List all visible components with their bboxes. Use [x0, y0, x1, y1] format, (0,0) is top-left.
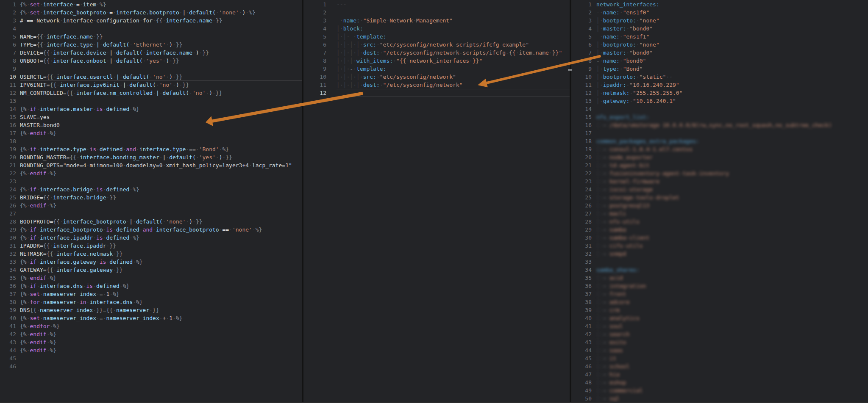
code-line[interactable]: │·-·front [596, 290, 626, 298]
code-line[interactable]: │·master:·"bond0" [596, 25, 653, 33]
code-line[interactable]: NAME={{·interface.name·}} [20, 33, 103, 41]
code-line[interactable]: {%·set·nameserver_index·=·1·%} [20, 290, 120, 298]
code-line[interactable]: │·-·td-agent-bit [596, 161, 649, 169]
code-line[interactable]: ONBOOT={{·interface.onboot·|·default(·'y… [20, 57, 179, 65]
code-line[interactable]: #·==·Network·interface·configuration·for… [20, 17, 222, 25]
code-line[interactable]: BRIDGE={{·interface.bridge·}} [20, 193, 116, 202]
code-line[interactable]: │·bootproto:·"none" [596, 17, 659, 25]
code-line[interactable]: │·-·hia [596, 370, 620, 378]
code-line[interactable]: │·-·adcore [596, 298, 629, 306]
code-line[interactable]: {%·if·interface.gateway·is·defined·%} [20, 258, 143, 266]
code-line[interactable]: │·│·│·│·src:·"etc/sysconfig/network-scri… [337, 41, 529, 49]
code-line[interactable]: │·ipaddr:·"10.16.240.229" [596, 81, 679, 89]
code-line[interactable]: │·-·iscsi-storage [596, 185, 653, 193]
code-line[interactable]: {%·if·interface_bootproto·is·defined·and… [20, 226, 262, 234]
code-line[interactable]: │·│·│·│·dest:·"/etc/sysconfig/network-sc… [337, 49, 562, 57]
editor-pane-playbook[interactable]: 1---23-·name:·"Simple·Network·Management… [303, 0, 570, 403]
code-line[interactable]: {%·endif·%} [20, 129, 56, 137]
code-line[interactable]: -·name:·"Simple·Network·Management" [337, 17, 453, 25]
code-line[interactable]: │·│·-·template: [337, 65, 386, 73]
code-line[interactable]: GATEWAY={{·interface.gateway·}} [20, 266, 123, 274]
code-line[interactable]: │·-·samba [596, 226, 626, 234]
code-line[interactable]: │·│·│·│·dest:·"/etc/sysconfig/network" [337, 81, 462, 89]
code-line[interactable]: │·-·it [596, 354, 616, 362]
code-line[interactable]: {%·set·interface·=·item·%} [20, 0, 106, 8]
code-line[interactable]: │·type:·"Bond" [596, 65, 643, 73]
code-line[interactable]: │·-·storage-tools-droplet [596, 193, 679, 202]
code-line[interactable]: │·-·integration [596, 282, 646, 290]
code-line[interactable]: │·-·eshop [596, 378, 626, 386]
code-line[interactable]: {%·if·interface.type·is·defined·and·inte… [20, 145, 229, 153]
code-line[interactable]: │·netmask:·"255.255.255.0" [596, 89, 683, 97]
code-line[interactable]: │·-·postgresql13 [596, 202, 649, 210]
line-number: 29 [571, 226, 592, 234]
code-line[interactable]: {%·if·interface.dns·is·defined·%} [20, 282, 129, 290]
code-line[interactable]: │·-·/data/vmstorage·10.0.0.0/8(rw,sync,n… [596, 121, 832, 129]
code-line[interactable]: MASTER=bond0 [20, 121, 60, 129]
code-line[interactable]: common_packages_extra_packages: [596, 137, 699, 145]
code-line[interactable]: BONDING_MASTER={{·interface.bonding_mast… [20, 153, 232, 161]
code-line[interactable]: │·-·acid [596, 274, 623, 282]
code-line[interactable]: │·-·commercial [596, 386, 643, 395]
line-number: 33 [0, 258, 16, 266]
code-line[interactable]: │·│·-·template: [337, 33, 386, 41]
code-line[interactable]: {%·endif·%} [20, 274, 56, 282]
code-line[interactable]: {%·endfor·%} [20, 322, 60, 330]
code-line[interactable]: BONDING_OPTS="mode=4·miimon=100·downdela… [20, 161, 292, 169]
code-line[interactable]: │·-·search [596, 330, 629, 338]
code-line[interactable]: USERCTL={{·interface.userctl·|·default(·… [20, 73, 183, 81]
code-line[interactable]: │·-·analytics [596, 314, 640, 322]
code-line[interactable]: TYPE={{·interface.type·|·default(·'Ether… [20, 41, 183, 49]
code-line[interactable]: -·name:·"ens1f1" [596, 33, 649, 41]
code-line[interactable]: DEVICE={{·interface.device·|·default(·in… [20, 49, 209, 57]
code-line[interactable]: │·-·crm [596, 306, 620, 314]
code-line[interactable]: │·-·school [596, 362, 629, 370]
code-line[interactable]: │·-·snmpd [596, 250, 626, 258]
code-line[interactable]: │·bootproto:·"none" [596, 41, 659, 49]
code-line[interactable]: {%·endif·%} [20, 202, 56, 210]
editor-pane-jinja-template[interactable]: 1{%·set·interface·=·item·%}2{%·set·inter… [0, 0, 302, 403]
code-line[interactable]: {%·set·nameserver_index·=·nameserver_ind… [20, 314, 183, 322]
code-line[interactable]: │·-·kernel-firmware [596, 177, 659, 185]
code-line[interactable]: IPV6INIT={{·interface.ipv6init·|·default… [20, 81, 189, 89]
code-line[interactable]: │·gateway:·"10.16.240.1" [596, 97, 676, 105]
code-line[interactable]: {%·if·interface.master·is·defined·%} [20, 105, 139, 113]
code-line[interactable]: │·-·fusioninventory-agent-task-inventory [596, 169, 729, 177]
code-line[interactable]: SLAVE=yes [20, 113, 50, 121]
code-line[interactable]: -·name:·"ens1f0" [596, 8, 649, 17]
code-line[interactable]: {%·endif·%} [20, 346, 56, 354]
code-line[interactable]: DNS{{·nameserver_index·}}={{·nameserver·… [20, 306, 159, 314]
line-number: 11 [571, 81, 592, 89]
code-line[interactable]: │·-·macli [596, 210, 626, 218]
code-line[interactable]: -·name:·"bond0" [596, 57, 646, 65]
code-line[interactable]: │·-·samba-client [596, 234, 649, 242]
code-line[interactable]: {%·endif·%} [20, 169, 56, 177]
code-line[interactable]: nfs_export_list: [596, 113, 649, 121]
code-line[interactable]: │·master:·"bond0" [596, 49, 653, 57]
code-line[interactable]: {%·endif·%} [20, 330, 56, 338]
code-line[interactable]: │·│·│·│·src:·"etc/sysconfig/network" [337, 73, 456, 81]
code-line[interactable]: network_interfaces: [596, 0, 659, 8]
code-line[interactable]: │·-·saas [596, 346, 623, 354]
code-line[interactable]: NM_CONTROLLED={{·interface.nm_controlled… [20, 89, 222, 97]
code-line[interactable]: {%·for·nameserver·in·interface.dns·%} [20, 298, 143, 306]
code-line[interactable]: │·-·consul-1.8.4-1.el7.centos [596, 145, 693, 153]
code-line[interactable]: │·-·cifs-utils [596, 242, 643, 250]
editor-pane-group-vars[interactable]: 1network_interfaces:2-·name:·"ens1f0"3│·… [571, 0, 868, 403]
code-line[interactable]: {%·set·interface_bootproto·=·interface.b… [20, 8, 256, 17]
code-line[interactable]: IPADDR={{·interface.ipaddr·}} [20, 242, 116, 250]
code-line[interactable]: BOOTPROTO={{·interface_bootproto·|·defau… [20, 218, 203, 226]
code-line[interactable]: │·-·node_exporter [596, 153, 653, 161]
code-line[interactable]: {%·if·interface.ipaddr·is·defined·%} [20, 234, 139, 242]
code-line[interactable]: │·-·nfs-utils [596, 218, 640, 226]
code-line[interactable]: NETMASK={{·interface.netmask·}} [20, 250, 123, 258]
code-line[interactable]: │·bootproto:·"static"·· [596, 73, 673, 81]
code-line[interactable]: │·-·exito [596, 338, 626, 346]
code-line[interactable]: │·block: [337, 25, 363, 33]
code-line[interactable]: --- [337, 0, 346, 8]
code-line[interactable]: {%·if·interface.bridge·is·defined·%} [20, 185, 139, 193]
code-line[interactable]: │·-·soul [596, 322, 623, 330]
code-line[interactable]: {%·endif·%} [20, 338, 56, 346]
code-line[interactable]: samba_shares: [596, 266, 640, 274]
code-line[interactable]: │·│·│·with_items:·"{{·network_interfaces… [337, 57, 482, 65]
